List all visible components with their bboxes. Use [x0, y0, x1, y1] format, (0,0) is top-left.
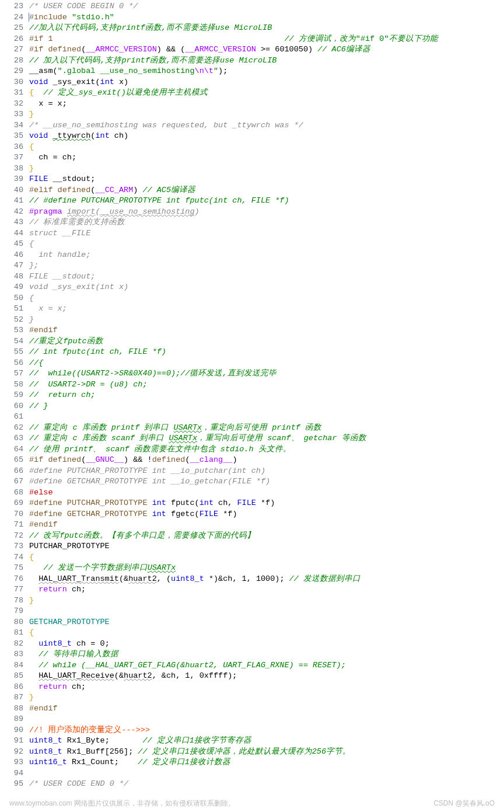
code-line[interactable]: // 重定向 c 库函数 printf 到串口 USARTx，重定向后可使用 p… — [29, 423, 504, 434]
code-line[interactable]: { // 定义_sys_exit()以避免使用半主机模式 — [29, 88, 504, 99]
code-line[interactable]: } — [29, 315, 504, 326]
code-editor[interactable]: 2324252627282930313233343536373839404142… — [0, 0, 504, 790]
code-line[interactable]: { — [29, 293, 504, 304]
code-line[interactable]: { — [29, 239, 504, 250]
code-line[interactable]: #pragma import(__use_no_semihosting) — [29, 207, 504, 218]
line-number: 26 — [0, 34, 23, 45]
code-area[interactable]: /* USER CODE BEGIN 0 */#include "stdio.h… — [29, 1, 504, 790]
line-number: 42 — [0, 207, 23, 218]
code-line[interactable]: #if defined(__GNUC__) && !defined(__clan… — [29, 455, 504, 466]
code-line[interactable]: uint8_t ch = 0; — [29, 639, 504, 650]
code-line[interactable]: //重定义fputc函数 — [29, 336, 504, 347]
token: USARTx — [174, 423, 202, 432]
code-line[interactable] — [29, 606, 504, 617]
code-line[interactable]: #define PUTCHAR_PROTOTYPE int __io_putch… — [29, 466, 504, 477]
code-line[interactable]: } — [29, 109, 504, 120]
code-line[interactable]: HAL_UART_Receive(&huart2, &ch, 1, 0xffff… — [29, 671, 504, 682]
code-line[interactable]: /* __use_no_semihosting was requested, b… — [29, 120, 504, 131]
code-line[interactable]: // 发送一个字节数据到串口USARTx — [29, 563, 504, 574]
code-line[interactable] — [29, 412, 504, 423]
code-line[interactable]: // 使用 printf、 scanf 函数需要在文件中包含 stdio.h 头… — [29, 444, 504, 455]
code-line[interactable] — [29, 714, 504, 725]
code-line[interactable]: } — [29, 692, 504, 703]
code-line[interactable]: // 改写fputc函数。【有多个串口是，需要修改下面的代码】 — [29, 531, 504, 542]
code-line[interactable]: { — [29, 142, 504, 153]
token: "stdio.h" — [72, 13, 114, 22]
code-line[interactable]: // #define PUTCHAR_PROTOTYPE int fputc(i… — [29, 196, 504, 207]
code-line[interactable]: uint8_t Rx1_Byte; // 定义串口1接收字节寄存器 — [29, 736, 504, 747]
code-line[interactable]: // USART2->DR = (u8) ch; — [29, 379, 504, 391]
code-line[interactable]: }; — [29, 260, 504, 271]
code-line[interactable]: #if defined(__ARMCC_VERSION) && (__ARMCC… — [29, 44, 504, 55]
code-line[interactable]: //{ — [29, 358, 504, 369]
line-number: 41 — [0, 196, 23, 207]
line-number: 33 — [0, 109, 23, 120]
code-line[interactable]: // 等待串口输入数据 — [29, 649, 504, 660]
code-line[interactable] — [29, 768, 504, 779]
code-line[interactable]: #elif defined(__CC_ARM) // AC5编译器 — [29, 185, 504, 196]
token: Rx1_Byte; — [62, 736, 143, 745]
line-number: 64 — [0, 444, 23, 455]
code-line[interactable]: #include "stdio.h" — [29, 12, 504, 23]
code-line[interactable]: #endif — [29, 703, 504, 715]
code-line[interactable]: GETCHAR_PROTOTYPE — [29, 617, 504, 628]
code-line[interactable]: return ch; — [29, 584, 504, 595]
code-line[interactable]: void _sys_exit(int x) — [29, 77, 504, 88]
token: #else — [29, 488, 53, 497]
code-line[interactable]: // while((USART2->SR&0X40)==0);//循环发送,直到… — [29, 368, 504, 379]
code-line[interactable]: // 加入以下代码码,支持printf函数,而不需要选择use MicroLIB — [29, 55, 504, 67]
code-line[interactable]: { — [29, 552, 504, 563]
code-line[interactable]: /* USER CODE BEGIN 0 */ — [29, 1, 504, 12]
token: void — [29, 78, 48, 86]
code-line[interactable]: #define GETCHAR_PROTOTYPE int fgetc(FILE… — [29, 509, 504, 520]
code-line[interactable]: ch = ch; — [29, 152, 504, 163]
code-line[interactable]: struct __FILE — [29, 228, 504, 239]
code-line[interactable]: x = x; — [29, 99, 504, 110]
token: __use_no_semihosting — [100, 207, 195, 216]
code-line[interactable]: int handle; — [29, 250, 504, 261]
code-line[interactable]: PUTCHAR_PROTOTYPE — [29, 541, 504, 552]
token: uint8_t — [171, 574, 204, 583]
code-line[interactable]: x = x; — [29, 304, 504, 315]
code-line[interactable]: /* USER CODE END 0 */ — [29, 779, 504, 790]
code-line[interactable]: #define GETCHAR_PROTOTYPE int __io_getch… — [29, 476, 504, 487]
token: uint16_t — [29, 758, 67, 766]
code-line[interactable]: uint8_t Rx1_Buff[256]; // 定义串口1接收缓冲器，此处默… — [29, 747, 504, 758]
code-line[interactable]: // return ch; — [29, 390, 504, 401]
code-line[interactable]: // 标准库需要的支持函数 — [29, 217, 504, 228]
code-line[interactable]: HAL_UART_Transmit(&huart2, (uint8_t *)&c… — [29, 574, 504, 585]
line-number: 79 — [0, 606, 23, 617]
code-line[interactable]: // } — [29, 401, 504, 412]
token: { — [29, 239, 34, 248]
code-line[interactable]: #if 1 // 方便调试，改为"#if 0"不要以下功能 — [29, 34, 504, 45]
code-line[interactable]: uint16_t Rx1_Count; // 定义串口1接收计数器 — [29, 757, 504, 768]
code-line[interactable]: void _ttywrch(int ch) — [29, 131, 504, 142]
code-line[interactable]: __asm(".global __use_no_semihosting\n\t"… — [29, 66, 504, 77]
code-line[interactable]: // int fputc(int ch, FILE *f) — [29, 347, 504, 358]
token — [29, 585, 38, 594]
code-line[interactable]: FILE __stdout; — [29, 174, 504, 185]
token: #endif — [29, 704, 58, 713]
line-number: 72 — [0, 531, 23, 542]
token: ch; — [67, 682, 86, 691]
line-number: 36 — [0, 142, 23, 153]
line-number: 95 — [0, 779, 23, 790]
code-line[interactable]: //加入以下代码码,支持printf函数,而不需要选择use MicroLIB — [29, 23, 504, 34]
code-line[interactable]: // while (__HAL_UART_GET_FLAG(&huart2, U… — [29, 660, 504, 671]
code-line[interactable]: #define PUTCHAR_PROTOTYPE int fputc(int … — [29, 498, 504, 509]
code-line[interactable]: // 重定向 c 库函数 scanf 到串口 USARTx，重写向后可使用 sc… — [29, 433, 504, 444]
code-line[interactable]: } — [29, 595, 504, 607]
code-line[interactable]: #else — [29, 487, 504, 499]
code-line[interactable]: FILE __stdout; — [29, 271, 504, 283]
line-number: 38 — [0, 163, 23, 175]
code-line[interactable]: #endif — [29, 325, 504, 336]
token: } — [29, 315, 34, 324]
code-line[interactable]: void _sys_exit(int x) — [29, 282, 504, 293]
line-number: 31 — [0, 88, 23, 99]
code-line[interactable]: return ch; — [29, 682, 504, 693]
code-line[interactable]: //! 用户添加的变量定义--->>> — [29, 725, 504, 736]
code-line[interactable]: #endif — [29, 520, 504, 531]
token: int — [100, 78, 114, 86]
code-line[interactable]: } — [29, 163, 504, 175]
code-line[interactable]: { — [29, 628, 504, 639]
